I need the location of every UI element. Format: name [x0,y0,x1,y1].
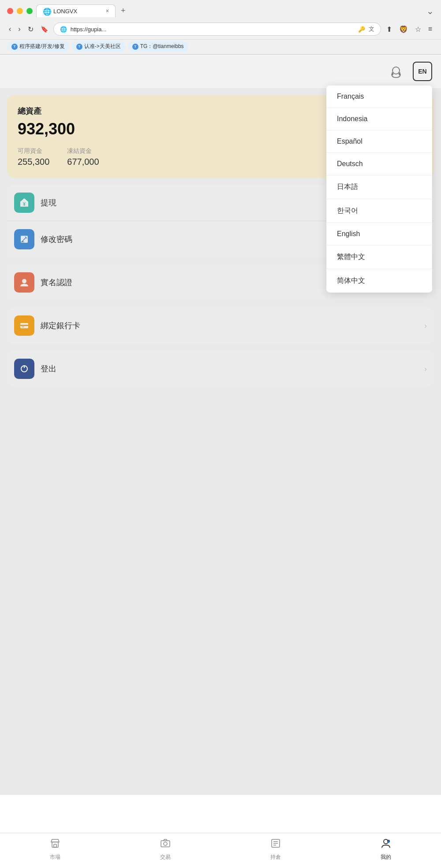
reload-button[interactable]: ↻ [26,24,35,34]
traffic-light-yellow[interactable] [17,8,23,14]
lang-item-espanol[interactable]: Español [326,130,432,153]
menu-button[interactable]: ≡ [426,24,434,34]
bookmark-item-1[interactable]: T 程序搭建/开发/修复 [7,41,69,52]
traffic-lights [7,8,33,14]
trade-icon [160,838,171,852]
share-button[interactable]: ⬆ [385,24,394,34]
brave-icon[interactable]: 🦁 [397,24,410,34]
lang-item-deutsch[interactable]: Deutsch [326,153,432,175]
nav-item-mine[interactable]: 👤 我的 [331,838,441,861]
url-text: https://gupia... [71,26,355,33]
lang-item-traditional-chinese[interactable]: 繁體中文 [326,245,432,269]
shop-icon [49,838,61,849]
nav-item-market[interactable]: 市場 [0,838,110,861]
user-icon: 👤 [380,838,392,849]
address-bar[interactable]: 🌐 https://gupia... 🔑 文 [53,22,381,36]
mine-icon: 👤 [380,838,392,852]
market-icon [49,838,61,852]
page-content: EN Français Indonesia Español Deutsch 日本… [0,55,441,795]
svg-text:👤: 👤 [387,840,390,843]
tab-favicon: 🌐 [43,7,50,15]
bookmark-item-3[interactable]: T TG：@tianmeibbs [128,41,188,52]
tab-bar: 🌐 LONGVX × + ⌄ [36,4,434,17]
list-icon [270,838,281,849]
traffic-light-green[interactable] [26,8,33,14]
bookmark-dot-2: T [76,44,82,50]
svg-point-14 [164,842,167,846]
translate-icon: 文 [369,25,374,33]
bookmark-dot-3: T [132,44,138,50]
browser-titlebar: 🌐 LONGVX × + ⌄ [0,0,441,20]
key-icon: 🔑 [358,26,365,33]
market-label: 市場 [50,853,60,861]
svg-rect-12 [54,844,56,847]
tab-title: LONGVX [53,8,102,15]
lang-item-francais[interactable]: Français [326,85,432,108]
positions-label: 持倉 [270,853,281,861]
nav-item-positions[interactable]: 持倉 [220,838,331,861]
bookmark-button[interactable]: 🔖 [39,25,50,33]
nav-item-trade[interactable]: 交易 [110,838,220,861]
svg-rect-13 [161,841,170,847]
browser-chrome: 🌐 LONGVX × + ⌄ ‹ › ↻ 🔖 🌐 https://gupia..… [0,0,441,55]
bookmarks-bar: T 程序搭建/开发/修复 T 认准->天美社区 T TG：@tianmeibbs [0,39,441,54]
positions-icon [270,838,281,852]
mine-label: 我的 [381,853,391,861]
lang-item-korean[interactable]: 한국어 [326,199,432,223]
lang-item-simplified-chinese[interactable]: 简体中文 [326,269,432,293]
bottom-navigation: 市場 交易 持倉 👤 [0,833,441,868]
globe-icon: 🌐 [60,26,67,33]
camera-icon [160,838,171,849]
browser-tab[interactable]: 🌐 LONGVX × [36,4,116,17]
bookmark-dot-1: T [11,44,18,50]
trade-label: 交易 [160,853,171,861]
forward-button[interactable]: › [16,24,22,34]
new-tab-button[interactable]: + [121,6,126,15]
star-button[interactable]: ☆ [413,24,423,34]
lang-item-english[interactable]: English [326,223,432,245]
browser-addressbar: ‹ › ↻ 🔖 🌐 https://gupia... 🔑 文 ⬆ 🦁 ☆ ≡ [0,20,441,39]
traffic-light-red[interactable] [7,8,13,14]
bookmark-item-2[interactable]: T 认准->天美社区 [72,41,125,52]
svg-rect-11 [52,842,58,847]
language-dropdown: Français Indonesia Español Deutsch 日本語 한… [326,85,432,293]
tab-close-button[interactable]: × [106,8,109,14]
tab-more-button[interactable]: ⌄ [426,6,434,16]
lang-item-indonesia[interactable]: Indonesia [326,108,432,130]
back-button[interactable]: ‹ [7,24,13,34]
lang-item-japanese[interactable]: 日本語 [326,175,432,199]
